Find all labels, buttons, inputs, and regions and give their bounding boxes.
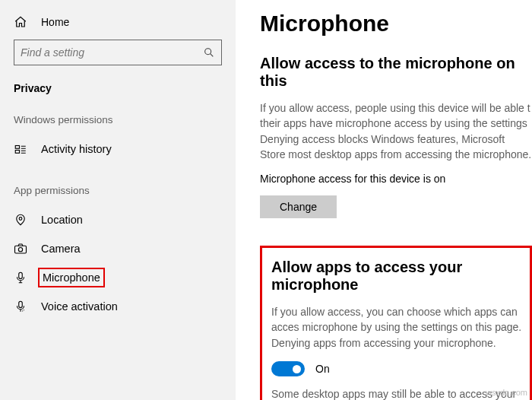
sidebar-group-app-permissions: App permissions <box>0 185 236 205</box>
svg-rect-1 <box>15 146 19 149</box>
sidebar-item-label: Microphone <box>41 271 102 284</box>
svg-point-3 <box>19 217 22 221</box>
sidebar-item-camera[interactable]: Camera <box>0 234 236 263</box>
section2-body: If you allow access, you can choose whic… <box>271 304 522 351</box>
sidebar-item-label: Camera <box>41 243 81 255</box>
section1-title: Allow access to the microphone on this <box>260 55 532 90</box>
sidebar-item-home[interactable]: Home <box>0 11 236 40</box>
sidebar-item-microphone[interactable]: Microphone <box>0 263 236 292</box>
sidebar-category-privacy: Privacy <box>0 82 236 114</box>
mic-access-status: Microphone access for this device is on <box>260 173 532 185</box>
activity-history-icon <box>14 142 27 156</box>
sidebar-item-activity-history[interactable]: Activity history <box>0 135 236 163</box>
home-icon <box>14 15 27 29</box>
location-icon <box>14 213 27 227</box>
desktop-apps-footnote: Some desktop apps may still be able to a… <box>271 387 522 400</box>
main-content: Microphone Allow access to the microphon… <box>236 0 532 400</box>
svg-rect-7 <box>19 301 23 307</box>
search-input[interactable] <box>21 46 203 59</box>
watermark: wsxdn.com <box>486 388 527 397</box>
sidebar-item-label: Activity history <box>41 143 112 155</box>
settings-sidebar: Home Privacy Windows permissions Activit… <box>0 0 236 400</box>
svg-rect-2 <box>15 151 19 154</box>
microphone-icon <box>14 271 27 284</box>
voice-activation-icon <box>14 300 27 313</box>
page-title: Microphone <box>260 11 532 37</box>
sidebar-item-label: Location <box>41 214 83 226</box>
svg-rect-4 <box>15 246 27 253</box>
sidebar-item-voice-activation[interactable]: Voice activation <box>0 292 236 321</box>
allow-apps-highlight-box: Allow apps to access your microphone If … <box>260 246 532 400</box>
home-label: Home <box>41 16 69 28</box>
search-input-box[interactable] <box>14 40 222 65</box>
svg-point-0 <box>205 49 211 55</box>
svg-point-5 <box>18 248 22 252</box>
toggle-state-label: On <box>315 363 330 375</box>
allow-apps-toggle-row: On <box>271 361 522 376</box>
change-button[interactable]: Change <box>260 195 337 218</box>
sidebar-item-label: Voice activation <box>41 300 118 313</box>
section2-title: Allow apps to access your microphone <box>271 259 522 294</box>
allow-apps-toggle[interactable] <box>271 361 305 376</box>
camera-icon <box>14 242 27 256</box>
sidebar-item-location[interactable]: Location <box>0 205 236 234</box>
sidebar-group-windows-permissions: Windows permissions <box>0 114 236 135</box>
footnote-text: Some desktop apps may still be able to a… <box>271 388 516 400</box>
svg-rect-6 <box>19 272 23 278</box>
section1-body: If you allow access, people using this d… <box>260 100 532 162</box>
search-container <box>0 40 236 82</box>
search-icon <box>203 46 215 59</box>
